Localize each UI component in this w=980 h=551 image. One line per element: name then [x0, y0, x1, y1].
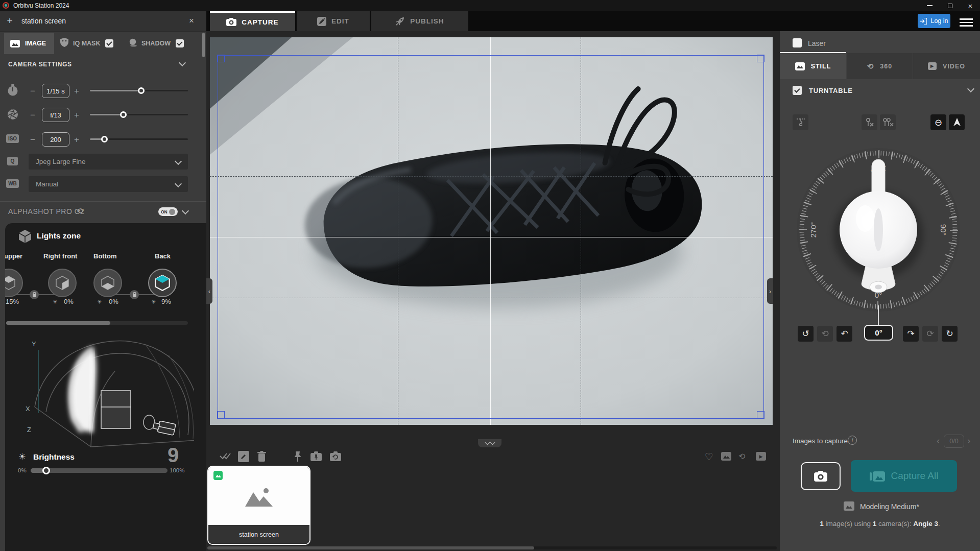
zone-right-front-knob[interactable] — [48, 269, 77, 297]
tab-video[interactable]: ▶ VIDEO — [913, 53, 980, 79]
navigation-arrow-icon — [953, 118, 961, 127]
turntable-dial[interactable]: 180° 90° 270° 0° — [792, 143, 965, 317]
tab-edit[interactable]: EDIT — [297, 11, 370, 31]
quality-dropdown[interactable]: Jpeg Large Fine — [29, 154, 188, 170]
collapse-right-panel-handle[interactable]: › — [767, 278, 773, 304]
iso-slider-handle[interactable] — [101, 136, 108, 142]
laser-checkbox[interactable] — [793, 38, 802, 47]
crop-handle-top-right[interactable] — [757, 55, 764, 62]
turntable-collapse-icon[interactable] — [967, 85, 974, 92]
zone-back-knob-selected[interactable] — [148, 269, 177, 297]
device-collapse-icon[interactable] — [182, 207, 189, 214]
remove-pin-tool-button[interactable] — [862, 114, 877, 130]
rotate-ccw-small-button[interactable]: ↶ — [836, 326, 852, 342]
modeling-label[interactable]: Modeling Medium* — [860, 502, 919, 511]
light-tent-3d-view[interactable] — [15, 330, 194, 448]
iq-mask-checkbox[interactable] — [105, 39, 113, 47]
capture-single-button[interactable] — [801, 462, 841, 490]
angle-value-input[interactable]: 0° — [864, 325, 893, 341]
turntable-checkbox[interactable] — [793, 86, 802, 95]
shutter-minus-button[interactable]: − — [29, 86, 37, 97]
rotate-cw-full-button[interactable]: ↻ — [942, 326, 958, 342]
select-all-icon[interactable] — [220, 452, 231, 462]
shutter-plus-button[interactable]: + — [73, 86, 81, 97]
filter-360-icon[interactable]: ⟲ — [738, 451, 745, 461]
filter-images-icon[interactable] — [721, 452, 731, 461]
next-image-button[interactable]: › — [967, 435, 970, 446]
shutter-slider-fill — [90, 90, 141, 91]
collapse-left-panel-handle[interactable]: ‹ — [206, 278, 212, 304]
pin-capture-icon[interactable] — [310, 451, 322, 463]
shutter-slider-handle[interactable] — [138, 87, 145, 94]
project-tab-title[interactable]: station screen — [21, 17, 66, 25]
delete-icon[interactable] — [257, 451, 266, 464]
crop-handle-top-left[interactable] — [217, 55, 225, 62]
rotate-cw-step-button[interactable]: ⟳ — [922, 326, 938, 342]
recapture-icon[interactable] — [330, 451, 341, 463]
camera-settings-collapse-icon[interactable] — [179, 59, 186, 66]
capture-all-button[interactable]: Capture All — [851, 460, 957, 492]
hanging-hook-tool-button[interactable] — [793, 114, 808, 130]
menu-button[interactable] — [960, 16, 973, 29]
iso-slider[interactable] — [90, 138, 188, 140]
tab-shadow[interactable]: SHADOW — [125, 33, 195, 54]
tab-image[interactable]: IMAGE — [4, 33, 54, 54]
add-project-button[interactable]: + — [4, 15, 15, 27]
minimize-button[interactable] — [920, 0, 939, 11]
rotate-ccw-full-button[interactable]: ↺ — [798, 326, 814, 342]
white-balance-dropdown[interactable]: Manual — [29, 176, 188, 192]
aperture-plus-button[interactable]: + — [73, 110, 81, 121]
zone-lock-icon[interactable] — [30, 290, 39, 299]
gallery-scrollbar-track[interactable] — [207, 546, 777, 549]
shutter-value-input[interactable]: 1/15 s — [42, 84, 69, 98]
tab-360[interactable]: ⟲ 360 — [847, 53, 913, 79]
zone-bottom-knob[interactable] — [93, 269, 122, 297]
rotate-cw-small-button[interactable]: ↷ — [903, 326, 919, 342]
tab-capture[interactable]: CAPTURE — [210, 11, 295, 31]
login-icon — [920, 18, 927, 25]
edit-image-icon[interactable] — [238, 451, 249, 462]
viewport-resize-handle[interactable] — [478, 439, 501, 447]
zones-scrollbar-thumb[interactable] — [6, 321, 110, 325]
thumbnail-card-selected[interactable]: station screen — [207, 466, 310, 545]
close-window-button[interactable]: × — [961, 0, 980, 11]
iso-minus-button[interactable]: − — [29, 135, 37, 145]
aperture-minus-button[interactable]: − — [29, 110, 37, 121]
crop-handle-bottom-right[interactable] — [757, 411, 764, 419]
device-refresh-icon[interactable]: ⟲ — [77, 206, 83, 215]
shadow-checkbox[interactable] — [176, 39, 184, 47]
panel-scrollbar[interactable] — [202, 33, 205, 57]
aperture-slider[interactable] — [90, 114, 188, 115]
orientation-arrow-button[interactable] — [949, 114, 965, 130]
iso-plus-button[interactable]: + — [73, 135, 81, 145]
zone-upper-knob[interactable] — [5, 269, 23, 297]
rotate-360-icon: ⟲ — [867, 62, 874, 71]
device-power-toggle[interactable]: ON — [158, 207, 178, 216]
maximize-button[interactable] — [940, 0, 960, 11]
aperture-slider-handle[interactable] — [120, 111, 127, 118]
tab-iq-mask[interactable]: IQ MASK — [55, 33, 123, 54]
tab-publish[interactable]: PUBLISH — [371, 11, 468, 31]
zoom-out-turntable-button[interactable]: ⊖ — [930, 114, 946, 130]
shutter-slider[interactable] — [90, 90, 188, 91]
login-button[interactable]: Log in — [918, 14, 950, 28]
close-project-button[interactable]: × — [186, 15, 197, 27]
brightness-slider[interactable] — [31, 468, 168, 473]
crop-handle-bottom-left[interactable] — [217, 411, 225, 419]
brightness-slider-handle[interactable] — [42, 467, 50, 474]
zone-upper-value: 15% — [6, 298, 19, 305]
filter-video-icon[interactable]: ▶ — [756, 452, 766, 461]
zones-scrollbar-track[interactable] — [6, 321, 188, 325]
remove-all-pins-tool-button[interactable] — [880, 114, 896, 130]
live-view-area[interactable] — [210, 37, 773, 425]
prev-image-button[interactable]: ‹ — [937, 435, 940, 446]
zone-lock-icon[interactable] — [130, 290, 139, 299]
info-icon[interactable]: i — [848, 436, 857, 445]
pin-icon[interactable] — [295, 451, 301, 464]
gallery-scrollbar-thumb[interactable] — [207, 546, 534, 549]
aperture-value-input[interactable]: f/13 — [42, 108, 69, 122]
tab-still[interactable]: STILL — [780, 53, 846, 79]
favorite-icon[interactable]: ♡ — [705, 451, 713, 463]
iso-value-input[interactable]: 200 — [42, 132, 69, 147]
rotate-ccw-step-button[interactable]: ⟲ — [817, 326, 833, 342]
